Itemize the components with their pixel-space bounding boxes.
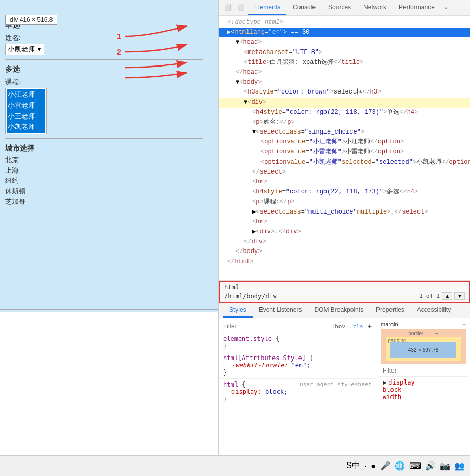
tab-styles[interactable]: Styles: [223, 303, 253, 318]
tree-line-hr-1[interactable]: < hr >: [219, 177, 470, 187]
tree-line-div-inner[interactable]: ▶ < div >…</ div >: [219, 227, 470, 237]
padding-label: padding-: [388, 338, 408, 343]
tree-line-meta[interactable]: < meta charset = "UTF-8" >: [219, 48, 470, 58]
styles-filter-input[interactable]: [223, 323, 328, 330]
taskbar-icon-people[interactable]: 👥: [454, 461, 465, 471]
tree-line-h4-single[interactable]: < h4 style = "color: rgb(22, 118, 173)" …: [219, 108, 470, 117]
city-list: 北京 上海 纽约 休斯顿 芝加哥: [5, 155, 213, 206]
tree-line-body-close[interactable]: </ body >: [219, 247, 470, 257]
breadcrumb-html[interactable]: html: [224, 284, 239, 291]
tree-line-body[interactable]: ▼ <body>: [219, 77, 470, 87]
taskbar: S中 · ● 🎤 🌐 ⌨ 🔊 📷 👥: [0, 455, 470, 476]
breadcrumb-next[interactable]: ▼: [454, 292, 465, 300]
tree-line-h3[interactable]: < h3 style = "color: brown" > select框 </…: [219, 87, 470, 97]
style-block-html-attr: html[Attributes Style] { -webkit-Locale:…: [219, 352, 376, 379]
breadcrumb-area: html /html/body/div 1 of 1 ▲ ▼: [219, 281, 470, 303]
taskbar-icon-s[interactable]: S中: [346, 460, 360, 471]
html-tree[interactable]: <!doctype html> ▶ < html lang = "en" > =…: [219, 16, 470, 281]
tab-dom-breakpoints[interactable]: DOM Breakpoints: [308, 303, 370, 318]
filter-plus-icon[interactable]: +: [368, 322, 372, 330]
list-item[interactable]: 小雷老师: [7, 100, 45, 111]
taskbar-icon-globe[interactable]: 🌐: [395, 461, 405, 471]
tab-accessibility[interactable]: Accessibility: [411, 303, 457, 318]
tree-line-div-selected[interactable]: ▼ < div >: [219, 98, 470, 108]
css-prop-width-label: width: [383, 393, 464, 401]
tab-sources[interactable]: Sources: [322, 0, 357, 15]
city-item[interactable]: 上海: [5, 166, 213, 175]
style-block-element: element.style { }: [219, 333, 376, 352]
border-label: border −: [408, 330, 438, 336]
tab-network[interactable]: Network: [357, 0, 393, 15]
element-tooltip: div 416 × 516.8: [5, 15, 57, 25]
taskbar-icon-speaker[interactable]: 🔊: [425, 461, 436, 471]
tab-properties[interactable]: Properties: [370, 303, 411, 318]
tooltip-text: div 416 × 516.8: [10, 16, 53, 23]
more-tabs-icon[interactable]: »: [441, 3, 450, 13]
city-item[interactable]: 休斯顿: [5, 187, 213, 196]
tab-performance[interactable]: Performance: [393, 0, 441, 15]
list-item[interactable]: 小江老师: [7, 89, 45, 100]
tree-line-option-2[interactable]: < option value = "小雷老师" > 小雷老师 </ option…: [219, 147, 470, 157]
style-prop-display: display: block;: [223, 388, 372, 395]
breadcrumb-row-1: html: [224, 284, 465, 291]
list-item[interactable]: 小凯老师: [7, 122, 45, 133]
taskbar-icon-mic[interactable]: 🎤: [380, 461, 390, 471]
city-item[interactable]: 芝加哥: [5, 197, 213, 206]
taskbar-icon-circle[interactable]: ●: [371, 461, 376, 471]
browser-page: div 416 × 516.8 单选 姓名: 小凯老师 ▼ 多选 课程: 小江老…: [0, 0, 218, 312]
tree-line-h4-multi[interactable]: < h4 style = "color: rgb(22, 118, 173)" …: [219, 187, 470, 197]
tree-line-doctype[interactable]: <!doctype html>: [219, 18, 470, 28]
css-prop-display: ▶ display: [383, 379, 464, 386]
css-expand-icon[interactable]: ▶: [383, 379, 386, 386]
tree-line-head[interactable]: ▼ <head>: [219, 37, 470, 47]
breadcrumb-prev[interactable]: ▲: [442, 292, 452, 300]
tree-line-option-1[interactable]: < option value = "小江老师" > 小江老师 </ option…: [219, 137, 470, 147]
tree-line-option-3[interactable]: < option value = "小凯老师" selected = "sele…: [219, 157, 470, 167]
tree-line-title[interactable]: < title > 白月黑羽: xpath选择 </ title >: [219, 58, 470, 68]
city-item[interactable]: 北京: [5, 155, 213, 165]
tree-line-select-multi[interactable]: ▶ < select class = "multi_choice" multip…: [219, 207, 470, 217]
breadcrumb-row-2: /html/body/div 1 of 1 ▲ ▼: [224, 292, 465, 300]
filter-cls[interactable]: .cls: [349, 323, 363, 330]
tree-line-hr-2[interactable]: < hr >: [219, 217, 470, 227]
course-label: 课程:: [5, 77, 213, 87]
select-arrow: ▼: [37, 47, 42, 52]
breadcrumb-path[interactable]: /html/body/div: [224, 293, 277, 300]
select-value: 小凯老师: [8, 45, 35, 54]
style-closing-html-ua: }: [223, 395, 372, 403]
box-model-margin-label: margin −: [378, 320, 468, 328]
box-model-panel: margin − border − padding-: [376, 318, 470, 476]
tree-line-div-close[interactable]: </ div >: [219, 237, 470, 247]
box-model-content: 432 × 597.78: [390, 342, 456, 358]
box-filter-input[interactable]: [383, 367, 464, 374]
style-selector-html-attr: html[Attributes Style] {: [223, 354, 372, 362]
tree-line-html[interactable]: ▶ < html lang = "en" > == $0: [219, 28, 470, 37]
taskbar-icon-camera[interactable]: 📷: [440, 461, 450, 471]
tree-line-select-close[interactable]: </ select >: [219, 167, 470, 177]
style-closing-element: }: [223, 342, 372, 350]
css-props-area: ▶ display block width: [378, 377, 468, 403]
multi-select-list[interactable]: 小江老师 小雷老师 小王老师 小凯老师: [5, 88, 47, 134]
css-prop-width: block: [383, 386, 464, 393]
list-item[interactable]: 小王老师: [7, 111, 45, 122]
taskbar-icon-dot[interactable]: ·: [364, 461, 367, 471]
tree-line-p-course[interactable]: < p > 课程: </ p >: [219, 197, 470, 207]
tree-line-head-close[interactable]: </head>: [219, 68, 470, 77]
tab-console[interactable]: Console: [286, 0, 322, 15]
tree-line-html-close[interactable]: </ html >: [219, 257, 470, 267]
taskbar-icon-keyboard[interactable]: ⌨: [409, 461, 421, 471]
devtools-tab-bar: ⬜ ⬜ Elements Console Sources Network Per…: [219, 0, 470, 16]
style-prop-webkit: -webkit-Locale: "en";: [223, 362, 372, 369]
devtools-icon-1[interactable]: ⬜: [221, 2, 234, 13]
styles-left: :hov .cls + element.style { } html[Attri…: [219, 318, 376, 476]
styles-panel: :hov .cls + element.style { } html[Attri…: [219, 318, 470, 476]
devtools-icon-2[interactable]: ⬜: [234, 2, 248, 13]
city-item[interactable]: 纽约: [5, 176, 213, 186]
tab-event-listeners[interactable]: Event Listeners: [253, 303, 308, 318]
single-select[interactable]: 小凯老师 ▼: [5, 44, 44, 55]
tree-line-p-name[interactable]: < p > 姓名: </ p >: [219, 117, 470, 127]
box-model-border: padding- 432 × 597.78: [386, 337, 461, 361]
tab-elements[interactable]: Elements: [248, 0, 286, 15]
filter-hov[interactable]: :hov: [332, 323, 346, 330]
tree-line-select-single[interactable]: ▼ < select class = "single_choice" >: [219, 127, 470, 137]
